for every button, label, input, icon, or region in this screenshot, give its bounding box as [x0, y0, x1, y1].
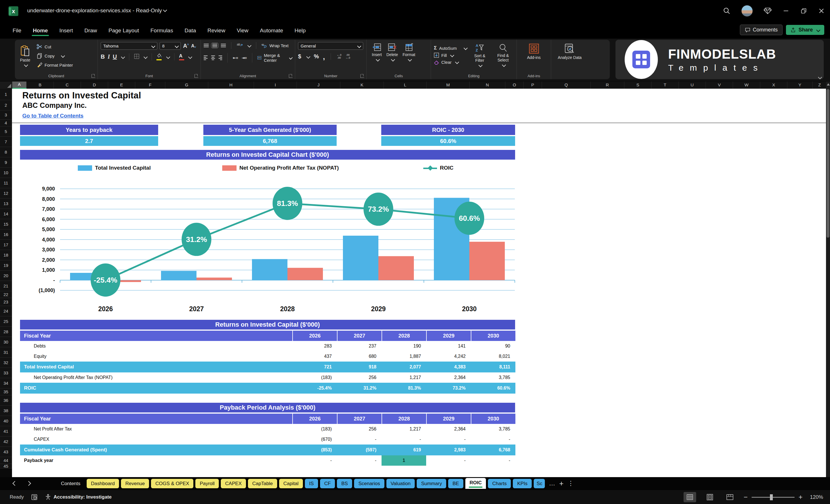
cell-value[interactable]: (183): [292, 372, 337, 383]
column-header-E[interactable]: E: [108, 82, 135, 89]
vertical-scrollbar-handle[interactable]: [827, 89, 829, 238]
cell-value[interactable]: 1: [382, 455, 426, 466]
cell-value[interactable]: 256: [337, 424, 382, 434]
scroll-up-arrow-icon[interactable]: [827, 83, 830, 86]
clear-button[interactable]: Clear: [434, 60, 467, 65]
fill-color-button[interactable]: [156, 53, 162, 60]
row-header-7[interactable]: 7: [0, 137, 12, 147]
percent-style-button[interactable]: %: [314, 53, 319, 60]
sort-filter-button[interactable]: AZ Sort & Filter: [469, 42, 491, 68]
row-header-45[interactable]: 45: [0, 464, 12, 469]
macro-record-icon[interactable]: [31, 494, 37, 500]
column-header-M[interactable]: M: [427, 82, 470, 89]
sheet-tab-roic[interactable]: ROIC: [465, 478, 486, 489]
delete-cells-button[interactable]: Delete: [384, 42, 400, 62]
row-header-1[interactable]: 1: [0, 89, 12, 100]
orientation-button[interactable]: ab: [236, 42, 243, 49]
column-header-U[interactable]: U: [679, 82, 706, 89]
cell-value[interactable]: 1,217: [382, 424, 426, 434]
merge-center-button[interactable]: Merge & Center: [257, 53, 292, 63]
menu-tab-data[interactable]: Data: [180, 25, 200, 37]
row-header-31[interactable]: 31: [0, 347, 12, 357]
bold-button[interactable]: B: [101, 54, 105, 60]
column-header-J[interactable]: J: [297, 82, 340, 89]
select-all-button[interactable]: [0, 82, 12, 89]
cell-value[interactable]: -25.4%: [292, 383, 337, 393]
column-header-D[interactable]: D: [81, 82, 108, 89]
sheet-tab-bs[interactable]: BS: [337, 479, 352, 488]
sheet-tab-revenue[interactable]: Revenue: [121, 479, 149, 488]
column-header-P[interactable]: P: [524, 82, 542, 89]
sheet-tab-is[interactable]: IS: [305, 479, 318, 488]
document-title[interactable]: underwater-drone-exploration-services.xl…: [27, 7, 166, 14]
cell-value[interactable]: 8,111: [471, 361, 515, 372]
row-header-42[interactable]: 42: [0, 437, 12, 447]
cell-value[interactable]: 190: [382, 341, 426, 351]
row-header-17[interactable]: 17: [0, 240, 12, 250]
cell-value[interactable]: 721: [292, 361, 337, 372]
sheet-tab-captable[interactable]: CapTable: [248, 479, 277, 488]
menu-tab-help[interactable]: Help: [290, 25, 310, 37]
row-header-44[interactable]: 44: [0, 457, 12, 464]
row-header-28[interactable]: 28: [0, 327, 12, 337]
row-header-8[interactable]: 8: [0, 147, 12, 157]
increase-decimal-button[interactable]: ←.0.00: [337, 54, 342, 60]
format-painter-button[interactable]: Format Painter: [37, 62, 73, 68]
font-size-select[interactable]: 8: [160, 42, 181, 50]
zoom-slider-handle[interactable]: [770, 494, 773, 500]
font-name-select[interactable]: Tahoma: [101, 42, 157, 50]
page-layout-view-button[interactable]: [704, 492, 716, 502]
underline-button[interactable]: U: [113, 54, 117, 60]
row-header-33[interactable]: 33: [0, 368, 12, 378]
cell-value[interactable]: -: [292, 455, 337, 466]
column-header-T[interactable]: T: [651, 82, 679, 89]
column-header-L[interactable]: L: [384, 82, 427, 89]
insert-cells-button[interactable]: Insert: [370, 42, 384, 62]
cell-value[interactable]: 2,364: [426, 424, 471, 434]
sheet-tab-capex[interactable]: CAPEX: [221, 479, 246, 488]
row-header-22[interactable]: 22: [0, 291, 12, 298]
find-select-button[interactable]: Find & Select: [492, 42, 514, 68]
sheet-tab-scenarios[interactable]: Scenarios: [354, 479, 384, 488]
user-avatar[interactable]: [741, 5, 753, 17]
comma-style-button[interactable]: ,: [323, 55, 325, 58]
row-header-2[interactable]: 2: [0, 100, 12, 111]
paste-button[interactable]: Paste: [18, 42, 33, 69]
column-header-C[interactable]: C: [54, 82, 81, 89]
page-break-preview-button[interactable]: [724, 492, 736, 502]
sheet-tab-payroll[interactable]: Payroll: [195, 479, 219, 488]
copy-button[interactable]: Copy: [37, 53, 73, 59]
cut-button[interactable]: Cut: [37, 44, 73, 50]
column-header-A[interactable]: A: [12, 82, 27, 89]
column-header-S[interactable]: S: [625, 82, 651, 89]
sheet-tab-cf[interactable]: CF: [320, 479, 335, 488]
borders-button[interactable]: [134, 54, 139, 60]
menu-tab-formulas[interactable]: Formulas: [146, 25, 178, 37]
cell-value[interactable]: 4,383: [426, 361, 471, 372]
row-header-23[interactable]: 23: [0, 298, 12, 306]
cell-value[interactable]: 90: [471, 341, 515, 351]
previous-sheet-arrow-icon[interactable]: [12, 481, 18, 486]
analyze-data-button[interactable]: Analyze Data: [554, 42, 585, 61]
column-header-Q[interactable]: Q: [542, 82, 590, 89]
cell-value[interactable]: 6,768: [471, 444, 515, 455]
align-middle-button[interactable]: [212, 44, 217, 47]
increase-indent-button[interactable]: ⇥≡: [242, 56, 247, 60]
menu-tab-home[interactable]: Home: [28, 25, 53, 37]
font-color-button[interactable]: A: [179, 53, 184, 60]
font-dialog-launcher-icon[interactable]: [194, 74, 198, 78]
cell-value[interactable]: -: [426, 455, 471, 466]
row-header-18[interactable]: 18: [0, 250, 12, 260]
row-header-5[interactable]: 5: [0, 126, 12, 137]
align-right-button[interactable]: [219, 56, 223, 60]
cell-value[interactable]: (853): [292, 444, 337, 455]
normal-view-button[interactable]: [683, 492, 696, 502]
column-header-B[interactable]: B: [27, 82, 54, 89]
comments-button[interactable]: Comments: [740, 25, 783, 35]
row-header-3[interactable]: 3: [0, 111, 12, 120]
row-header-43[interactable]: 43: [0, 447, 12, 457]
column-header-Y[interactable]: Y: [787, 82, 812, 89]
align-center-button[interactable]: [211, 56, 215, 60]
table-of-contents-link[interactable]: Go to Table of Contents: [22, 113, 84, 119]
format-cells-button[interactable]: Format: [400, 42, 417, 62]
